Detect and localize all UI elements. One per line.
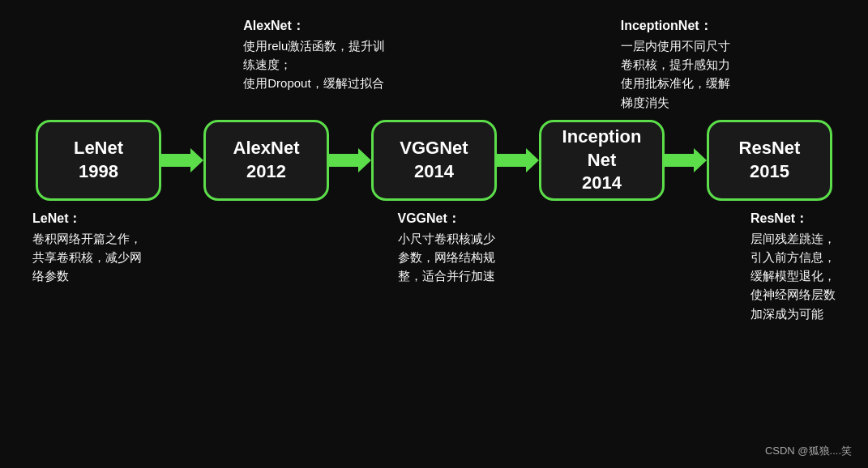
- resnet-name: ResNet: [739, 137, 801, 160]
- lenet-annotation-line2: 共享卷积核，减少网: [32, 248, 142, 266]
- arrow-3: [497, 144, 539, 177]
- vggnet-bottom-annotation: VGGNet： 小尺寸卷积核减少 参数，网络结构规 整，适合并行加速: [398, 209, 495, 286]
- lenet-box: LeNet 1998: [36, 120, 161, 201]
- lenet-year: 1998: [74, 160, 123, 184]
- inceptionnet-annotation-line1: 一层内使用不同尺寸: [621, 36, 730, 55]
- inceptionnet-annotation-line3: 使用批标准化，缓解: [621, 74, 730, 92]
- vggnet-year: 2014: [400, 160, 468, 184]
- alexnet-annotation-title: AlexNet：: [243, 16, 385, 36]
- resnet-box: ResNet 2015: [707, 120, 832, 201]
- svg-marker-2: [497, 148, 539, 172]
- network-row: LeNet 1998 AlexNet 2012 VGGNet: [32, 120, 836, 201]
- inceptionnet-top-annotation: InceptionNet： 一层内使用不同尺寸 卷积核，提升感知力 使用批标准化…: [621, 16, 730, 112]
- resnet-annotation-line2: 引入前方信息，: [750, 248, 836, 266]
- main-container: AlexNet： 使用relu激活函数，提升训 练速度； 使用Dropout，缓…: [0, 0, 868, 468]
- alexnet-annotation-line3: 使用Dropout，缓解过拟合: [243, 74, 385, 92]
- inceptionnet-name2: Net: [562, 149, 642, 172]
- inceptionnet-name: Inception: [562, 126, 642, 149]
- resnet-annotation-line1: 层间残差跳连，: [750, 229, 836, 248]
- resnet-annotation-line4: 使神经网络层数: [750, 285, 836, 304]
- inceptionnet-annotation-line2: 卷积核，提升感知力: [621, 55, 730, 74]
- lenet-annotation-line3: 络参数: [32, 266, 142, 285]
- inceptionnet-year: 2014: [562, 172, 642, 195]
- lenet-name: LeNet: [74, 137, 123, 160]
- resnet-annotation-title: ResNet：: [750, 209, 836, 229]
- alexnet-year: 2012: [233, 160, 300, 184]
- alexnet-name: AlexNet: [233, 137, 300, 160]
- top-annotations: AlexNet： 使用relu激活函数，提升训 练速度； 使用Dropout，缓…: [24, 16, 844, 112]
- bottom-annotations: LeNet： 卷积网络开篇之作， 共享卷积核，减少网 络参数 VGGNet： 小…: [24, 209, 844, 323]
- resnet-annotation-line3: 缓解模型退化，: [750, 266, 836, 285]
- vggnet-annotation-line2: 参数，网络结构规: [398, 248, 495, 266]
- vggnet-annotation-title: VGGNet：: [398, 209, 495, 229]
- alexnet-top-annotation: AlexNet： 使用relu激活函数，提升训 练速度； 使用Dropout，缓…: [243, 16, 385, 93]
- lenet-annotation-line1: 卷积网络开篇之作，: [32, 229, 142, 248]
- inceptionnet-annotation-line4: 梯度消失: [621, 93, 730, 112]
- lenet-bottom-annotation: LeNet： 卷积网络开篇之作， 共享卷积核，减少网 络参数: [32, 209, 142, 286]
- vggnet-annotation-line1: 小尺寸卷积核减少: [398, 229, 495, 248]
- inceptionnet-annotation-title: InceptionNet：: [621, 16, 730, 36]
- vggnet-box: VGGNet 2014: [371, 120, 497, 201]
- alexnet-annotation-line2: 练速度；: [243, 55, 385, 74]
- watermark: CSDN @狐狼....笑: [765, 444, 852, 458]
- arrow-2: [329, 144, 371, 177]
- alexnet-box: AlexNet 2012: [203, 120, 329, 201]
- alexnet-annotation-line1: 使用relu激活函数，提升训: [243, 36, 385, 55]
- lenet-annotation-title: LeNet：: [32, 209, 142, 229]
- resnet-bottom-annotation: ResNet： 层间残差跳连， 引入前方信息， 缓解模型退化， 使神经网络层数 …: [750, 209, 836, 323]
- svg-marker-1: [329, 148, 371, 172]
- vggnet-annotation-line3: 整，适合并行加速: [398, 266, 495, 285]
- arrow-1: [161, 144, 203, 177]
- resnet-annotation-line5: 加深成为可能: [750, 304, 836, 323]
- inceptionnet-box: Inception Net 2014: [539, 120, 665, 201]
- resnet-year: 2015: [739, 160, 801, 184]
- svg-marker-3: [665, 148, 707, 172]
- arrow-4: [665, 144, 707, 177]
- vggnet-name: VGGNet: [400, 137, 468, 160]
- svg-marker-0: [161, 148, 203, 172]
